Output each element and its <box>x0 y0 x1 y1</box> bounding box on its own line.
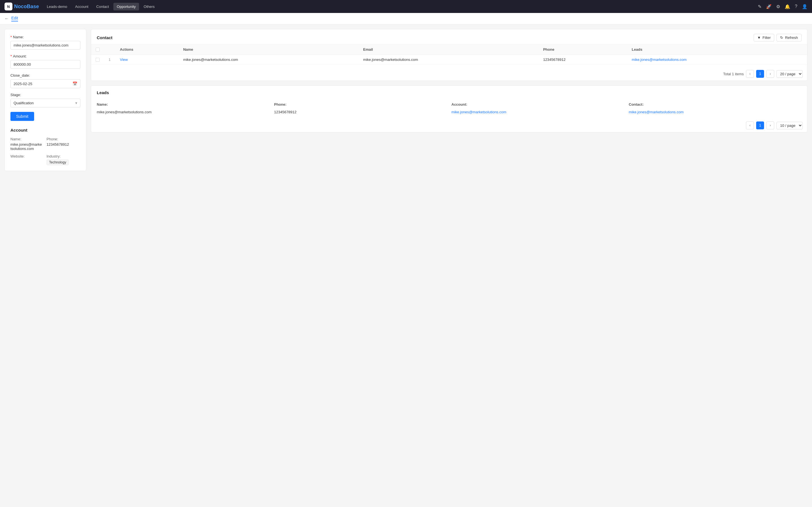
calendar-icon: 📅 <box>72 81 77 86</box>
rocket-icon[interactable]: 🚀 <box>766 4 772 9</box>
contact-card-header: Contact ▼ Filter ↻ Refresh <box>91 29 807 44</box>
industry-tag: Technology <box>47 160 69 165</box>
leads-card: Leads Name: Phone: Account: Contact: mik… <box>91 86 808 132</box>
nav-contact[interactable]: Contact <box>93 3 112 10</box>
leads-next-page-btn[interactable]: › <box>766 121 774 129</box>
nav-leads-demo[interactable]: Leads-demo <box>43 3 70 10</box>
right-panel: Contact ▼ Filter ↻ Refresh <box>91 29 808 132</box>
amount-input[interactable] <box>10 60 81 69</box>
account-name-label: Name: <box>10 137 44 141</box>
edit-tab[interactable]: Edit <box>11 16 18 21</box>
leads-account-header: Account: <box>452 102 624 107</box>
leads-name-value: mike.jones@marketsolutions.com <box>97 110 270 114</box>
contact-row-num: 1 <box>104 55 115 65</box>
close-date-input-wrapper[interactable]: 📅 <box>10 79 81 88</box>
account-section: Account Name: mike.jones@marketsolutions… <box>10 128 81 165</box>
leads-name-header: Name: <box>97 102 270 107</box>
account-phone-value: 12345678912 <box>47 142 81 147</box>
leads-current-page-btn[interactable]: 1 <box>756 121 764 129</box>
stage-select[interactable]: Qualification ▾ <box>10 99 81 107</box>
name-input[interactable] <box>10 41 81 50</box>
refresh-button[interactable]: ↻ Refresh <box>776 34 802 42</box>
account-website-field: Website: <box>10 154 44 165</box>
settings-icon[interactable]: ⚙ <box>776 4 780 9</box>
leads-contact-header: Contact: <box>629 102 802 107</box>
contact-leads-link[interactable]: mike.jones@marketsolutions.com <box>632 57 687 62</box>
contact-phone-header: Phone <box>539 45 627 55</box>
leads-phone-header: Phone: <box>274 102 447 107</box>
contact-actions-header: Actions <box>115 45 179 55</box>
account-industry-value: Technology <box>47 160 81 165</box>
bell-icon[interactable]: 🔔 <box>784 4 790 9</box>
contact-current-page-btn[interactable]: 1 <box>756 70 764 78</box>
logo[interactable]: N NocoBase <box>4 3 39 10</box>
topnav-icons: ✎ 🚀 ⚙ 🔔 ? 👤 <box>758 4 808 9</box>
leads-card-title: Leads <box>97 90 109 95</box>
close-date-field-group: Close_date: 📅 <box>10 73 81 88</box>
close-date-label: Close_date: <box>10 73 81 77</box>
account-industry-field: Industry: Technology <box>47 154 81 165</box>
account-name-field: Name: mike.jones@marketsolutions.com <box>10 137 44 151</box>
logo-text: NocoBase <box>14 4 39 10</box>
contact-view-link[interactable]: View <box>120 57 128 62</box>
contact-card: Contact ▼ Filter ↻ Refresh <box>91 29 808 81</box>
contact-prev-page-btn[interactable]: ‹ <box>746 70 754 78</box>
contact-row-leads: mike.jones@marketsolutions.com <box>627 55 807 65</box>
nav-others[interactable]: Others <box>140 3 158 10</box>
contact-row-phone: 12345678912 <box>539 55 627 65</box>
contact-name-header: Name <box>179 45 358 55</box>
stage-selected-value: Qualification <box>13 101 34 105</box>
amount-field-group: * Amount: <box>10 54 81 69</box>
breadcrumb-bar: ← Edit <box>0 13 812 24</box>
close-date-input[interactable] <box>13 82 72 86</box>
contact-row-email: mike.jones@marketsolutions.com <box>359 55 539 65</box>
back-button[interactable]: ← <box>4 16 9 21</box>
account-section-title: Account <box>10 128 81 132</box>
filter-button[interactable]: ▼ Filter <box>754 34 774 42</box>
name-label: * Name: <box>10 35 81 39</box>
stage-label: Stage: <box>10 93 81 97</box>
leads-account-link[interactable]: mike.jones@marketsolutions.com <box>452 110 507 114</box>
nav-opportunity[interactable]: Opportunity <box>113 3 139 10</box>
leads-data-row: mike.jones@marketsolutions.com 123456789… <box>97 110 802 114</box>
contact-select-all-header <box>91 45 104 55</box>
leads-contact-link[interactable]: mike.jones@marketsolutions.com <box>629 110 684 114</box>
contact-row-name: mike.jones@marketsolutions.com <box>179 55 358 65</box>
pin-icon[interactable]: ✎ <box>758 4 762 9</box>
contact-per-page-select[interactable]: 20 / page <box>776 70 803 78</box>
contact-table: Actions Name Email Phone Leads 1 <box>91 44 807 65</box>
leads-per-page-select[interactable]: 10 / page <box>776 122 803 129</box>
amount-label: * Amount: <box>10 54 81 58</box>
select-all-checkbox[interactable] <box>96 48 100 52</box>
row-checkbox[interactable] <box>96 58 100 62</box>
submit-button[interactable]: Submit <box>10 112 34 121</box>
help-icon[interactable]: ? <box>795 4 797 9</box>
contact-pagination: Total 1 items ‹ 1 › 20 / page <box>91 67 807 80</box>
leads-card-header: Leads <box>91 86 807 98</box>
leads-prev-page-btn[interactable]: ‹ <box>746 121 754 129</box>
account-industry-label: Industry: <box>47 154 81 158</box>
account-phone-field: Phone: 12345678912 <box>47 137 81 151</box>
nav-account[interactable]: Account <box>72 3 92 10</box>
contact-row-checkbox <box>91 55 104 65</box>
stage-field-group: Stage: Qualification ▾ <box>10 93 81 107</box>
account-grid: Name: mike.jones@marketsolutions.com Pho… <box>10 137 81 165</box>
name-field-group: * Name: <box>10 35 81 50</box>
logo-icon: N <box>4 3 12 10</box>
account-name-value: mike.jones@marketsolutions.com <box>10 142 44 151</box>
user-icon[interactable]: 👤 <box>802 4 808 9</box>
contact-total-label: Total 1 items <box>723 72 744 76</box>
contact-leads-header: Leads <box>627 45 807 55</box>
contact-email-header: Email <box>359 45 539 55</box>
account-website-label: Website: <box>10 154 44 158</box>
main-content: * Name: * Amount: Close_date: 📅 Stage: <box>0 24 812 176</box>
chevron-down-icon: ▾ <box>75 101 77 105</box>
leads-headers: Name: Phone: Account: Contact: <box>97 102 802 107</box>
account-phone-label: Phone: <box>47 137 81 141</box>
leads-pagination: ‹ 1 › 10 / page <box>91 119 807 132</box>
leads-contact-value: mike.jones@marketsolutions.com <box>629 110 802 114</box>
filter-icon: ▼ <box>757 36 761 40</box>
contact-next-page-btn[interactable]: › <box>766 70 774 78</box>
contact-card-toolbar: ▼ Filter ↻ Refresh <box>754 34 802 42</box>
left-panel: * Name: * Amount: Close_date: 📅 Stage: <box>4 29 86 171</box>
